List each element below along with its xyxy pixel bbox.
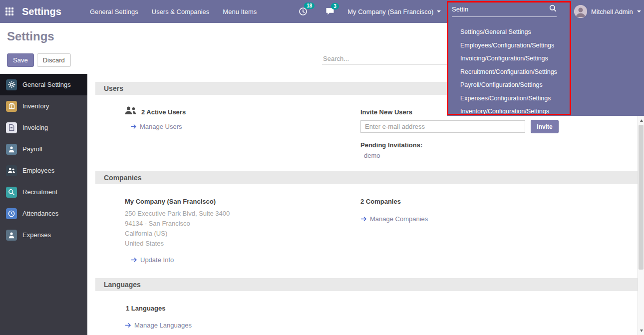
- address-line: 94134 - San Francisco: [125, 219, 230, 229]
- section-header-companies: Companies: [95, 171, 644, 184]
- vertical-scrollbar[interactable]: [638, 116, 644, 335]
- expenses-app-icon: [6, 230, 17, 241]
- suggestion-item[interactable]: Recruitment/Configuration/Settings: [448, 65, 570, 79]
- sidebar-item-label: Invoicing: [22, 124, 48, 131]
- arrow-right-icon: [360, 216, 367, 222]
- invite-button[interactable]: Invite: [531, 120, 559, 133]
- user-menu[interactable]: Mitchell Admin: [574, 0, 641, 23]
- invite-new-users-label: Invite New Users: [360, 108, 412, 116]
- address-line: United States: [125, 239, 230, 249]
- menu-users-companies[interactable]: Users & Companies: [152, 8, 210, 15]
- search-icon[interactable]: [549, 4, 557, 14]
- manage-languages-link[interactable]: Manage Languages: [125, 322, 192, 329]
- company-switcher[interactable]: My Company (San Francisco): [347, 8, 441, 15]
- suggestion-item[interactable]: Settings/General Settings: [448, 25, 570, 39]
- inventory-app-icon: [6, 101, 17, 112]
- users-group-icon: [124, 106, 137, 117]
- sidebar-item-label: Inventory: [22, 102, 49, 110]
- arrow-right-icon: [125, 323, 131, 328]
- manage-users-link[interactable]: Manage Users: [130, 123, 182, 130]
- manage-companies-link[interactable]: Manage Companies: [360, 215, 428, 223]
- suggestion-item[interactable]: Employees/Configuration/Settings: [448, 39, 570, 52]
- company-name: My Company (San Francisco): [347, 8, 433, 15]
- discard-button[interactable]: Discard: [37, 53, 71, 67]
- section-languages: 1 Languages Manage Languages: [95, 291, 644, 335]
- payroll-app-icon: [6, 144, 17, 155]
- active-users-count: 2 Active Users: [141, 108, 186, 116]
- address-line: 250 Executive Park Blvd, Suite 3400: [125, 209, 230, 219]
- menu-general-settings[interactable]: General Settings: [90, 8, 138, 15]
- pending-user-demo[interactable]: demo: [364, 152, 380, 159]
- invoicing-app-icon: [6, 122, 17, 133]
- sidebar-item-payroll[interactable]: Payroll: [0, 138, 87, 160]
- user-name: Mitchell Admin: [591, 8, 633, 15]
- manage-users-label: Manage Users: [140, 123, 182, 130]
- scroll-down-arrow[interactable]: [638, 327, 644, 334]
- company-address: 250 Executive Park Blvd, Suite 3400 9413…: [125, 209, 230, 249]
- company-name-label: My Company (San Francisco): [125, 198, 216, 205]
- arrow-right-icon: [130, 124, 137, 129]
- section-header-languages: Languages: [95, 278, 644, 291]
- apps-grid-icon[interactable]: [5, 7, 13, 15]
- general-settings-app-icon: [6, 79, 17, 90]
- navbar-menu: General Settings Users & Companies Menu …: [90, 8, 257, 15]
- arrow-right-icon: [131, 257, 137, 263]
- sidebar-item-label: Expenses: [22, 231, 51, 239]
- manage-companies-label: Manage Companies: [370, 215, 428, 223]
- update-info-label: Update Info: [140, 256, 174, 264]
- languages-count: 1 Languages: [126, 305, 165, 312]
- page-title: Settings: [7, 29, 54, 43]
- button-row: Save Discard: [7, 53, 71, 67]
- section-companies: My Company (San Francisco) 250 Executive…: [95, 184, 644, 278]
- sidebar-item-label: General Settings: [22, 81, 71, 88]
- systray: 18 3: [299, 7, 334, 16]
- attendances-app-icon: [6, 208, 17, 219]
- scrollbar-thumb[interactable]: [639, 125, 644, 270]
- sidebar-item-label: Recruitment: [22, 188, 57, 196]
- search-suggestions-list: Settings/General Settings Employees/Conf…: [448, 23, 570, 118]
- sidebar-item-recruitment[interactable]: Recruitment: [0, 181, 87, 203]
- sidebar-item-label: Attendances: [22, 210, 58, 217]
- scroll-up-arrow[interactable]: [638, 117, 644, 124]
- pending-invitations-label: Pending Invitations:: [360, 141, 422, 149]
- navbar-search: [452, 4, 557, 17]
- app-title[interactable]: Settings: [22, 6, 61, 17]
- navbar-search-input[interactable]: [452, 5, 549, 13]
- suggestion-item[interactable]: Inventory/Configuration/Settings: [448, 105, 570, 118]
- messages-button[interactable]: 3: [325, 7, 334, 15]
- companies-count: 2 Companies: [360, 198, 401, 205]
- address-line: California (US): [125, 229, 230, 239]
- avatar: [574, 5, 587, 18]
- messages-badge: 3: [331, 3, 339, 9]
- suggestion-item[interactable]: Payroll/Configuration/Settings: [448, 78, 570, 92]
- employees-app-icon: [6, 165, 17, 176]
- invite-email-input[interactable]: [360, 120, 525, 133]
- activity-clock-button[interactable]: 18: [299, 7, 308, 16]
- sidebar-item-attendances[interactable]: Attendances: [0, 203, 87, 224]
- recruitment-app-icon: [6, 187, 17, 198]
- sidebar-item-general-settings[interactable]: General Settings: [0, 74, 87, 95]
- activity-badge: 18: [304, 2, 315, 9]
- manage-languages-label: Manage Languages: [134, 322, 192, 329]
- chevron-down-icon: [437, 10, 441, 12]
- sidebar-item-label: Payroll: [22, 145, 42, 153]
- sidebar-item-label: Employees: [22, 167, 54, 174]
- menu-menu-items[interactable]: Menu Items: [223, 8, 257, 15]
- settings-sidebar: General Settings Inventory Invoicing Pay…: [0, 74, 87, 335]
- suggestion-item[interactable]: Expenses/Configuration/Settings: [448, 92, 570, 105]
- suggestion-item[interactable]: Invoicing/Configuration/Settings: [448, 52, 570, 65]
- sidebar-item-invoicing[interactable]: Invoicing: [0, 117, 87, 138]
- save-button[interactable]: Save: [7, 53, 34, 67]
- chevron-down-icon: [637, 10, 641, 12]
- sidebar-item-expenses[interactable]: Expenses: [0, 224, 87, 246]
- sidebar-item-inventory[interactable]: Inventory: [0, 95, 87, 117]
- sidebar-item-employees[interactable]: Employees: [0, 160, 87, 181]
- update-info-link[interactable]: Update Info: [131, 256, 174, 264]
